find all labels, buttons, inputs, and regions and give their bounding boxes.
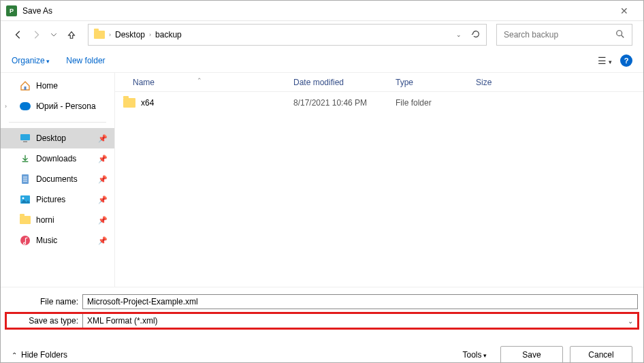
document-icon: [20, 174, 31, 185]
folder-icon: [123, 98, 135, 108]
new-folder-button[interactable]: New folder: [66, 56, 105, 65]
pin-icon: 📌: [98, 236, 108, 245]
column-header-size[interactable]: Size: [468, 78, 529, 87]
sidebar-item-label: Pictures: [36, 195, 65, 204]
saveastype-select[interactable]: XML Format (*.xml) ⌄: [82, 313, 638, 328]
svg-rect-2: [25, 86, 27, 90]
pin-icon: 📌: [98, 175, 108, 184]
toolbar: Organize New folder ☰ ?: [1, 48, 643, 73]
nav-row: › Desktop › backup ⌄: [1, 21, 643, 48]
sidebar-item-label: Music: [36, 236, 57, 245]
svg-rect-3: [20, 134, 30, 140]
column-header-label: Name: [133, 78, 155, 87]
saveastype-row: Save as type: XML Format (*.xml) ⌄: [6, 313, 638, 328]
sidebar: Home › Юрий - Persona Desktop 📌 Download…: [1, 73, 115, 287]
chevron-down-icon: ⌄: [628, 317, 633, 325]
pictures-icon: [20, 194, 31, 205]
sidebar-item-label: Home: [36, 81, 58, 91]
window-title: Save As: [22, 6, 611, 16]
pin-icon: 📌: [98, 195, 108, 204]
column-header-date[interactable]: Date modified: [285, 78, 387, 87]
filename-label: File name:: [6, 297, 82, 306]
sidebar-item-folder[interactable]: horni 📌: [1, 210, 114, 230]
tools-button[interactable]: Tools: [462, 350, 487, 360]
download-icon: [20, 153, 31, 164]
sidebar-item-label: Юрий - Persona: [36, 101, 96, 111]
sidebar-item-label: Desktop: [36, 133, 66, 143]
save-button[interactable]: Save: [500, 346, 563, 363]
sidebar-item-label: Documents: [36, 174, 78, 184]
music-icon: [20, 235, 31, 246]
divider: [9, 122, 106, 123]
view-mode-button[interactable]: ☰: [598, 55, 612, 66]
back-button[interactable]: [12, 28, 25, 42]
sidebar-item-home[interactable]: Home: [1, 76, 114, 96]
filename-row: File name:: [6, 294, 638, 309]
address-bar[interactable]: › Desktop › backup ⌄: [88, 24, 487, 46]
pin-icon: 📌: [98, 155, 108, 163]
forward-button[interactable]: [29, 28, 43, 42]
chevron-right-icon: ›: [149, 31, 151, 38]
address-dropdown-icon[interactable]: ⌄: [456, 31, 462, 38]
sidebar-item-label: horni: [36, 215, 54, 225]
pin-icon: 📌: [98, 134, 108, 143]
saveastype-value: XML Format (*.xml): [87, 316, 158, 326]
folder-icon: [94, 31, 105, 39]
footer: ⌃ Hide Folders Tools Save Cancel: [1, 336, 643, 363]
chevron-right-icon: ›: [109, 31, 111, 38]
file-type: File folder: [387, 98, 468, 108]
expand-chevron-icon[interactable]: ›: [5, 103, 7, 110]
close-button[interactable]: ✕: [611, 5, 638, 16]
titlebar: P Save As ✕: [1, 1, 643, 21]
search-input[interactable]: [504, 30, 615, 40]
breadcrumb-part[interactable]: Desktop: [115, 30, 145, 40]
breadcrumb-part[interactable]: backup: [155, 30, 182, 40]
search-icon: [615, 29, 625, 41]
sidebar-item-documents[interactable]: Documents 📌: [1, 169, 114, 189]
hide-folders-label: Hide Folders: [21, 350, 67, 360]
folder-icon: [20, 215, 31, 225]
saveastype-label: Save as type:: [6, 316, 82, 326]
column-header-type[interactable]: Type: [387, 78, 468, 87]
search-box[interactable]: [496, 24, 632, 46]
help-button[interactable]: ?: [620, 54, 632, 67]
file-pane: Name ⌃ Date modified Type Size x64 8/17/…: [115, 73, 643, 287]
column-headers: Name ⌃ Date modified Type Size: [115, 73, 643, 92]
sidebar-item-music[interactable]: Music 📌: [1, 230, 114, 251]
desktop-icon: [20, 133, 31, 144]
column-header-name[interactable]: Name ⌃: [115, 78, 285, 87]
organize-button[interactable]: Organize: [12, 56, 50, 65]
file-row[interactable]: x64 8/17/2021 10:46 PM File folder: [115, 92, 643, 114]
svg-rect-4: [23, 141, 27, 142]
home-icon: [20, 80, 31, 91]
sidebar-item-label: Downloads: [36, 154, 76, 163]
svg-line-1: [622, 35, 624, 37]
filename-input[interactable]: [82, 294, 638, 309]
file-date: 8/17/2021 10:46 PM: [285, 98, 387, 108]
file-name: x64: [141, 98, 154, 108]
cancel-button[interactable]: Cancel: [570, 346, 632, 363]
sort-indicator-icon: ⌃: [197, 77, 202, 84]
recent-locations-button[interactable]: [47, 28, 61, 42]
refresh-button[interactable]: [471, 29, 481, 41]
pin-icon: 📌: [98, 216, 108, 225]
chevron-up-icon: ⌃: [12, 351, 17, 359]
main-area: Home › Юрий - Persona Desktop 📌 Download…: [1, 73, 643, 287]
up-button[interactable]: [65, 28, 78, 42]
sidebar-item-onedrive[interactable]: › Юрий - Persona: [1, 96, 114, 116]
hide-folders-button[interactable]: ⌃ Hide Folders: [12, 350, 67, 360]
sidebar-item-desktop[interactable]: Desktop 📌: [1, 128, 114, 148]
app-icon: P: [6, 5, 17, 16]
svg-point-11: [22, 198, 25, 200]
sidebar-item-pictures[interactable]: Pictures 📌: [1, 189, 114, 210]
svg-point-0: [617, 30, 622, 35]
sidebar-item-downloads[interactable]: Downloads 📌: [1, 148, 114, 169]
cloud-icon: [20, 101, 31, 112]
save-fields: File name: Save as type: XML Format (*.x…: [1, 287, 643, 336]
